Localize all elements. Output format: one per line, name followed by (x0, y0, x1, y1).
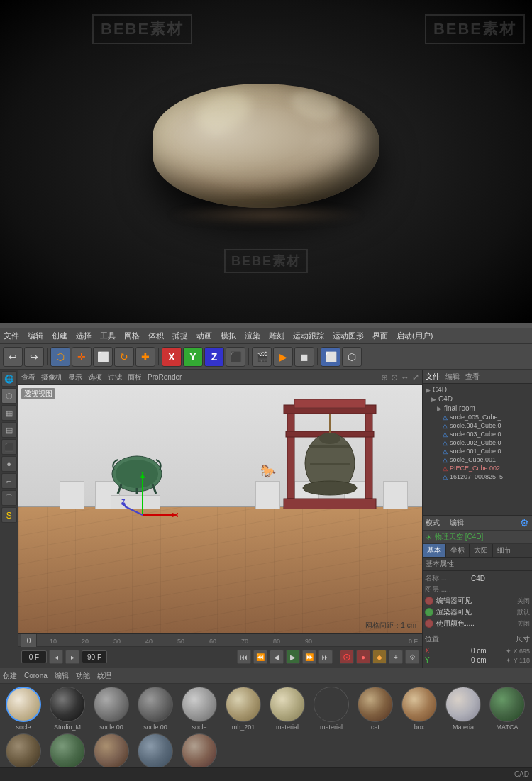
mat-item-161207[interactable]: 161207_ (3, 733, 44, 767)
timeline-add[interactable]: + (389, 650, 403, 664)
tree-item-socle003[interactable]: △ socle.003_Cube.0 (424, 430, 531, 438)
left-tool-grid[interactable]: ▤ (1, 422, 17, 438)
shading-button[interactable]: ⬜ (321, 347, 340, 367)
left-tool-world[interactable]: 🌐 (1, 371, 17, 387)
menu-startup[interactable]: 启动(用户) (397, 331, 433, 341)
axis-z-button[interactable]: Z (204, 347, 224, 367)
vp-icon-3[interactable]: ↔ (401, 372, 409, 382)
undo-button[interactable]: ↩ (3, 347, 23, 367)
frame-step-down[interactable]: ◂ (49, 650, 63, 664)
toggle-renderer-circle[interactable] (425, 608, 433, 616)
menu-animate[interactable]: 动画 (196, 331, 212, 341)
tree-item-c4d[interactable]: ▶ C4D (424, 394, 531, 404)
prop-tab-sun[interactable]: 太阳 (470, 544, 493, 557)
panel-tab-view[interactable]: 查看 (465, 372, 480, 382)
mat-item-socle00b[interactable]: socle.00 (135, 687, 176, 731)
tree-item-piece-cube002[interactable]: △ PIECE_Cube.002 (424, 464, 531, 472)
rotate-tool-button[interactable]: ↻ (114, 347, 134, 367)
prop-tab-coords[interactable]: 坐标 (446, 544, 470, 557)
menu-mograph[interactable]: 运动图形 (333, 331, 364, 341)
mat-item-mh201[interactable]: mh_201 (223, 687, 264, 731)
vp-prorender[interactable]: ProRender (148, 373, 182, 381)
key-button[interactable]: ◆ (372, 650, 387, 664)
wireframe-button[interactable]: ⬡ (342, 347, 362, 367)
panel-tab-file[interactable]: 文件 (426, 372, 440, 382)
prop-section-mode-edit[interactable]: 模式 编辑 ⚙ (423, 516, 532, 531)
go-to-end[interactable]: ⏭ (318, 650, 333, 664)
left-tool-checkerboard[interactable]: ▦ (1, 405, 17, 421)
redo-button[interactable]: ↪ (24, 347, 44, 367)
transform-tool-button[interactable]: ✚ (135, 347, 155, 367)
axis-y-button[interactable]: Y (183, 347, 203, 367)
mat-item-150629[interactable]: 150629_ (179, 733, 220, 767)
render-button[interactable]: ▶ (273, 347, 293, 367)
go-to-start[interactable]: ⏮ (237, 650, 251, 664)
axis-x-button[interactable]: X (162, 347, 182, 367)
vp-menu-display[interactable]: 显示 (68, 372, 82, 382)
mat-item-material2[interactable]: material (311, 687, 352, 731)
mat-item-151009[interactable]: 151009_ (135, 733, 176, 767)
mat-item-studio[interactable]: Studio_M (47, 687, 88, 731)
mat-item-material1[interactable]: material (267, 687, 308, 731)
mat-item-materia[interactable]: Materia (443, 687, 484, 731)
all-axes-button[interactable]: ⬛ (226, 347, 245, 367)
menu-render[interactable]: 渲染 (245, 331, 260, 341)
play-forward[interactable]: ▶ (286, 650, 300, 664)
menu-tools[interactable]: 工具 (100, 331, 116, 341)
menu-interface[interactable]: 界面 (372, 331, 388, 341)
select-tool-button[interactable]: ⬡ (50, 347, 70, 367)
mat-item-cat[interactable]: cat (355, 687, 396, 731)
panel-tab-edit[interactable]: 编辑 (445, 372, 460, 382)
viewport-3d[interactable]: X Y Z 🐎 透视视图 网格间距：1 cm (18, 385, 422, 633)
left-tool-bend[interactable]: ⌒ (1, 490, 17, 506)
vp-icon-1[interactable]: ⊕ (381, 372, 388, 382)
menu-file[interactable]: 文件 (4, 331, 19, 341)
mat-item-socle00a[interactable]: socle.00 (91, 687, 132, 731)
mat-menu-texture[interactable]: 纹理 (97, 671, 111, 681)
prop-tab-basic[interactable]: 基本 (423, 544, 446, 557)
mat-menu-edit[interactable]: 编辑 (55, 671, 69, 681)
mat-menu-corona[interactable]: Corona (24, 672, 48, 680)
left-tool-dollar[interactable]: $ (1, 507, 17, 523)
timeline-settings[interactable]: ⚙ (405, 650, 419, 664)
menu-create[interactable]: 创建 (52, 331, 67, 341)
vp-menu-view[interactable]: 查看 (21, 372, 35, 382)
left-tool-cube[interactable]: ⬛ (1, 439, 17, 455)
menu-snap[interactable]: 捕捉 (172, 331, 188, 341)
left-tool-select[interactable]: ⬡ (1, 388, 17, 404)
mat-item-161129[interactable]: 161129_ (47, 733, 88, 767)
left-tool-corner[interactable]: ⌐ (1, 473, 17, 489)
record-button[interactable]: ⊙ (340, 650, 354, 664)
toggle-color-circle[interactable] (425, 619, 433, 628)
move-tool-button[interactable]: ✛ (72, 347, 92, 367)
mat-item-box[interactable]: box (399, 687, 440, 731)
toggle-editor-circle[interactable] (425, 597, 433, 605)
mat-menu-function[interactable]: 功能 (76, 671, 90, 681)
prop-tab-details[interactable]: 细节 (493, 544, 516, 557)
mat-item-160412[interactable]: 160412_ (91, 733, 132, 767)
mat-item-socle2[interactable]: socle (179, 687, 220, 731)
tree-item-socle002[interactable]: △ socle.002_Cube.0 (424, 438, 531, 447)
frame-step-up[interactable]: ▸ (65, 650, 79, 664)
auto-key-button[interactable]: ● (356, 650, 370, 664)
vp-icon-expand[interactable]: ⤢ (412, 372, 419, 382)
left-tool-sphere[interactable]: ● (1, 456, 17, 472)
menu-volume[interactable]: 体积 (148, 331, 164, 341)
tree-item-socle005[interactable]: △ socle_005_Cube_ (424, 413, 531, 421)
scale-tool-button[interactable]: ⬜ (93, 347, 113, 367)
mat-item-matca[interactable]: MATCA (487, 687, 528, 731)
tree-item-socle004[interactable]: △ socle.004_Cube.0 (424, 421, 531, 430)
tree-item-final-room[interactable]: ▶ final room (424, 404, 531, 413)
menu-simulate[interactable]: 模拟 (221, 331, 236, 341)
menu-mesh[interactable]: 网格 (124, 331, 140, 341)
camera-render-button[interactable]: 🎬 (252, 347, 272, 367)
step-back[interactable]: ⏪ (253, 650, 267, 664)
mat-menu-create[interactable]: 创建 (3, 671, 17, 681)
current-frame-field[interactable] (21, 650, 47, 663)
menu-motion-track[interactable]: 运动跟踪 (293, 331, 324, 341)
tree-item-161207[interactable]: △ 161207_000825_5 (424, 472, 531, 481)
vp-menu-panel[interactable]: 面板 (128, 372, 142, 382)
mat-item-socle[interactable]: socle (3, 687, 44, 731)
vp-menu-filter[interactable]: 过滤 (108, 372, 122, 382)
tree-item-socle-cube001[interactable]: △ socle_Cube.001 (424, 455, 531, 464)
